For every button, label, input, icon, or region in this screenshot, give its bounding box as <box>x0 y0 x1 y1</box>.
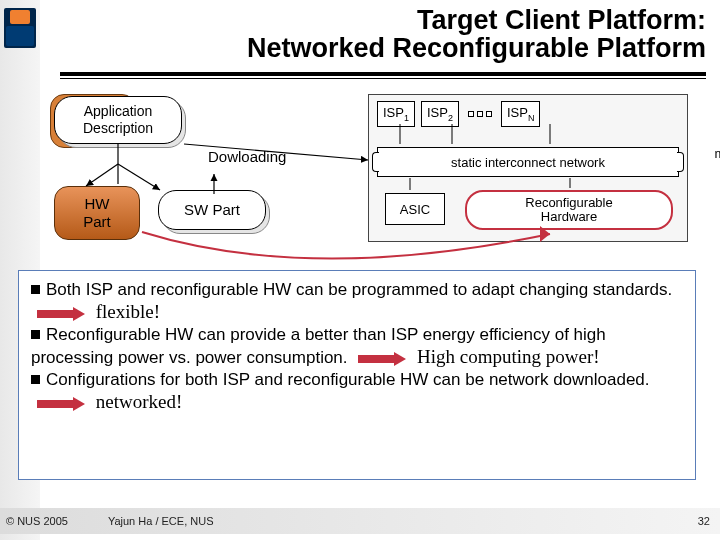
footer-page-number: 32 <box>698 515 710 527</box>
svg-line-3 <box>184 144 368 160</box>
svg-line-2 <box>118 164 160 190</box>
bullet-icon <box>31 375 40 384</box>
footer-copyright: © NUS 2005 <box>6 515 68 527</box>
connection-arrows <box>50 94 700 264</box>
bullet-icon <box>31 330 40 339</box>
body-p1b: flexible! <box>96 301 160 322</box>
distr-memory-label: Distr. memory arch. <box>706 132 720 177</box>
title-rule-thick <box>60 72 706 76</box>
svg-line-1 <box>86 164 118 186</box>
body-p1a: Both ISP and reconfigurable HW can be pr… <box>46 280 672 299</box>
body-p3a: Configurations for both ISP and reconfig… <box>46 370 650 389</box>
body-p3b: networked! <box>96 391 183 412</box>
footer-bar: © NUS 2005 Yajun Ha / ECE, NUS 32 <box>0 508 720 534</box>
footer-author: Yajun Ha / ECE, NUS <box>108 515 214 527</box>
nus-logo <box>4 8 36 48</box>
bullet-icon <box>31 285 40 294</box>
svg-marker-4 <box>540 226 550 242</box>
slide-title: Target Client Platform: Networked Reconf… <box>60 6 706 63</box>
body-text-box: Both ISP and reconfigurable HW can be pr… <box>18 270 696 480</box>
title-line-2: Networked Reconfigurable Platform <box>247 33 706 63</box>
title-line-1: Target Client Platform: <box>417 5 706 35</box>
body-p2b: High computing power! <box>417 346 600 367</box>
architecture-diagram: Application Description HW Part SW Part … <box>50 94 700 264</box>
title-rule-thin <box>60 78 706 79</box>
